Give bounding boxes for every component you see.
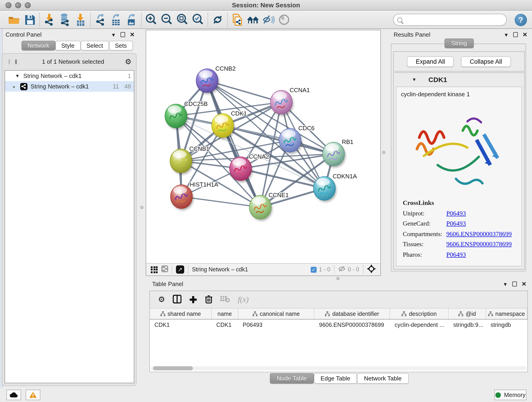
tab-string[interactable]: String — [444, 38, 474, 48]
control-panel-title: Control Panel — [6, 31, 42, 38]
splitter-handle[interactable] — [382, 151, 385, 154]
toolbar-separator — [141, 13, 142, 26]
gear-icon[interactable]: ⚙ — [158, 295, 165, 304]
column-header-shared-name[interactable]: shared name — [150, 308, 212, 319]
delete-table-icon — [220, 295, 230, 304]
float-panel-icon[interactable]: ▼ — [111, 32, 116, 37]
node-label: CCNB2 — [215, 65, 235, 72]
export-image-icon[interactable] — [124, 12, 139, 27]
column-header--id[interactable]: @id — [449, 308, 486, 319]
close-panel-icon[interactable]: ✕ — [130, 31, 135, 38]
tab-network-table[interactable]: Network Table — [357, 373, 409, 384]
network-node-rb1[interactable]: RB1 — [323, 138, 354, 168]
zoom-selected-icon[interactable] — [190, 12, 206, 27]
float-panel-icon[interactable]: ▼ — [504, 32, 509, 37]
network-node-hist1h1a[interactable]: HIST1H1A — [171, 181, 218, 211]
column-header-canonical-name[interactable]: canonical name — [238, 308, 315, 319]
toolbar-separator — [208, 13, 208, 26]
open-in-window-icon[interactable]: ↗ — [176, 265, 184, 274]
table-cell: CDK1 — [212, 322, 238, 328]
float-panel-icon[interactable]: ▼ — [503, 281, 508, 287]
crosslink-row: Uniprot:P06493 — [403, 210, 512, 217]
search-icon — [397, 17, 402, 22]
table-tabs: Node Table Edge Table Network Table — [270, 373, 409, 384]
memory-button[interactable]: Memory — [494, 390, 526, 400]
tab-network[interactable]: Network — [22, 41, 55, 51]
expand-all-button[interactable]: Expand All — [407, 56, 454, 67]
selected-checkbox-icon[interactable]: ✓ — [311, 267, 317, 273]
memory-status-dot — [495, 392, 501, 398]
close-panel-icon[interactable]: ✕ — [522, 31, 527, 38]
gear-icon[interactable]: ⚙ — [125, 57, 132, 66]
search-input[interactable] — [393, 14, 507, 26]
sphere-icon[interactable] — [276, 12, 292, 27]
zoom-fit-icon[interactable] — [175, 12, 190, 27]
import-network-icon[interactable] — [42, 12, 57, 27]
collapse-all-icon[interactable]: ∨∨ — [8, 59, 11, 64]
crosslink-link[interactable]: P06493 — [446, 251, 466, 258]
crosslink-link[interactable]: 9606.ENSP00000378699 — [446, 241, 512, 248]
import-table-icon[interactable] — [73, 12, 89, 27]
refresh-icon[interactable] — [210, 12, 225, 27]
warning-icon[interactable] — [26, 390, 40, 400]
grid-view-icon[interactable] — [151, 266, 158, 273]
delete-column-icon[interactable] — [205, 294, 213, 305]
tab-select[interactable]: Select — [80, 41, 109, 51]
column-header-database-identifier[interactable]: database identifier — [315, 308, 390, 319]
crosslink-label: Tissues: — [403, 241, 446, 248]
edge-count: 48 — [124, 83, 131, 90]
tab-edge-table[interactable]: Edge Table — [314, 373, 357, 384]
maximize-panel-icon[interactable] — [120, 32, 125, 37]
tab-node-table[interactable]: Node Table — [270, 373, 314, 384]
export-network-icon[interactable] — [93, 12, 108, 27]
cloud-icon[interactable] — [6, 390, 21, 400]
column-header-description[interactable]: description — [390, 308, 449, 319]
zoom-in-icon[interactable] — [143, 12, 159, 27]
results-panel: Results Panel ▼ ✕ String Expand All Coll… — [390, 29, 531, 277]
home-icon[interactable] — [245, 12, 261, 27]
node-label: CCNB1 — [189, 145, 209, 152]
export-table-icon[interactable] — [108, 12, 124, 27]
network-node-ccnb2[interactable]: CCNB2 — [196, 65, 235, 95]
tab-style[interactable]: Style — [55, 41, 80, 51]
open-session-icon[interactable] — [6, 12, 22, 27]
crosslink-link[interactable]: P06493 — [446, 220, 466, 227]
network-node-cdk1[interactable]: CDK1 — [212, 110, 247, 139]
clone-network-icon[interactable] — [230, 12, 245, 27]
horizontal-scrollbar[interactable] — [151, 366, 526, 370]
maximize-panel-icon[interactable] — [512, 281, 517, 287]
show-columns-icon[interactable] — [173, 294, 182, 305]
save-session-icon[interactable] — [22, 12, 38, 27]
add-column-icon[interactable]: ✚ — [190, 294, 197, 305]
collapse-section-icon[interactable]: ▼ — [412, 77, 417, 82]
crosslink-link[interactable]: P06493 — [446, 210, 466, 217]
column-header-name[interactable]: name — [212, 308, 238, 319]
network-node-ccna1[interactable]: CCNA1 — [270, 87, 310, 116]
network-collection-row[interactable]: ▼ String Network – cdk1 1 — [5, 70, 134, 81]
table-cell: stringdb — [486, 322, 527, 328]
splitter-handle[interactable] — [140, 206, 143, 209]
network-node-cdkn1a[interactable]: CDKN1A — [313, 173, 357, 202]
control-panel: Control Panel ▼ ✕ Network Style Select S… — [1, 29, 138, 388]
collapse-arrow-icon[interactable]: ▼ — [15, 73, 20, 78]
zoom-out-icon[interactable] — [159, 12, 175, 27]
expand-all-icon[interactable]: ∧∧ — [14, 59, 17, 64]
help-icon[interactable]: ? — [515, 14, 527, 26]
hide-panel-icon[interactable] — [261, 12, 276, 27]
collapse-all-button[interactable]: Collapse All — [461, 56, 511, 67]
network-row-selected[interactable]: ● String Network – cdk1 11 48 — [5, 81, 134, 92]
close-panel-icon[interactable]: ✕ — [521, 281, 526, 287]
table-row[interactable]: CDK1CDK1P064939606.ENSP00000378699cyclin… — [150, 319, 527, 330]
crosslink-link[interactable]: 9606.ENSP00000378699 — [446, 230, 512, 238]
import-database-icon[interactable] — [57, 12, 73, 27]
scrollbar-thumb[interactable] — [153, 366, 193, 370]
network-view[interactable]: CCNB2CCNA1CDC25BCDK1CDC6RB1CCNB1CCNA2CDK… — [146, 30, 381, 276]
maximize-panel-icon[interactable] — [513, 32, 518, 37]
node-label: CCNA1 — [290, 87, 310, 94]
birdseye-icon[interactable] — [367, 264, 376, 274]
tab-sets[interactable]: Sets — [109, 41, 133, 51]
column-header-namespace[interactable]: namespace — [486, 308, 527, 319]
toolbar-separator — [90, 13, 91, 26]
network-canvas[interactable]: CCNB2CCNA1CDC25BCDK1CDC6RB1CCNB1CCNA2CDK… — [146, 30, 380, 263]
share-gray-icon[interactable] — [161, 265, 168, 274]
